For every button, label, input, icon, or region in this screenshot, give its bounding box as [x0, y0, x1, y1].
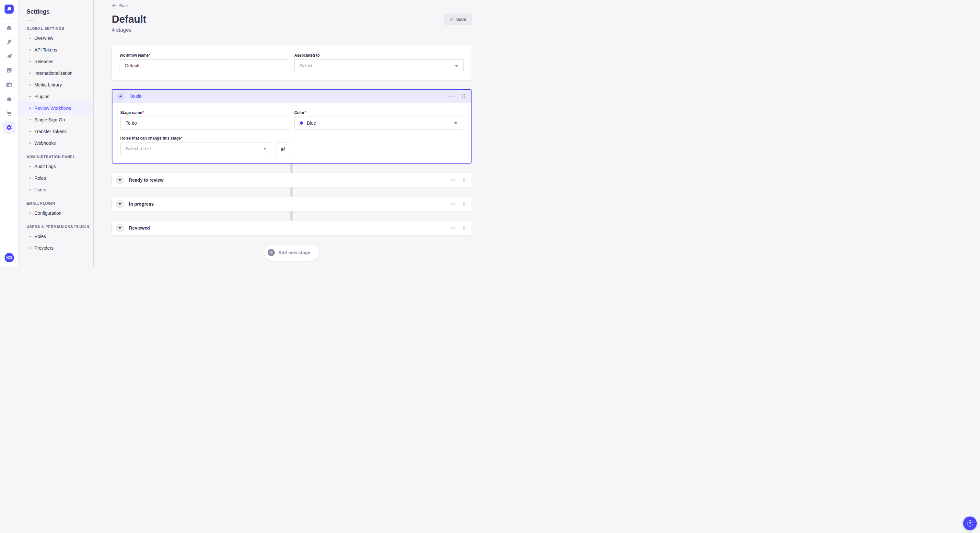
subnav-item-review-workflows[interactable]: Review Workflows [19, 102, 93, 114]
stage-drag-handle[interactable] [462, 225, 466, 231]
stage-options-button[interactable] [449, 179, 456, 181]
plus-icon [268, 249, 275, 256]
rail-item-paper-plane[interactable] [3, 50, 16, 63]
global-settings-list: Overview API Tokens Releases Internation… [19, 32, 93, 149]
duplicate-stage-button[interactable] [276, 142, 289, 155]
stage-title: To do [130, 94, 142, 99]
workflow-name-field: Workflow Name* [119, 53, 289, 72]
rail-item-gear[interactable] [3, 121, 16, 134]
stage-drag-handle[interactable] [462, 177, 466, 183]
back-link[interactable]: Back [112, 3, 129, 8]
settings-subnav: Settings GLOBAL SETTINGS Overview API To… [19, 0, 94, 266]
duplicate-icon [280, 146, 285, 152]
stage-roles-placeholder: Select a role [126, 146, 151, 151]
subnav-title: Settings [27, 8, 93, 15]
images-icon [6, 67, 12, 74]
drag-handle-icon [462, 94, 465, 99]
stage-card-to-do: To do [112, 89, 471, 163]
subnav-item-up-roles[interactable]: Roles [19, 230, 93, 242]
stage-roles-select[interactable]: Select a role [120, 142, 272, 155]
bullet-icon [30, 119, 31, 121]
save-button[interactable]: Save [444, 14, 471, 25]
stage-card-reviewed: Reviewed [112, 220, 471, 235]
stage-drag-handle[interactable] [462, 201, 466, 207]
subnav-item-configuration[interactable]: Configuration [19, 207, 93, 219]
workflow-name-label: Workflow Name* [119, 53, 289, 58]
strapi-logo[interactable] [5, 5, 14, 14]
bullet-icon [30, 236, 31, 237]
subnav-item-media-library[interactable]: Media Library [19, 79, 93, 90]
expand-stage-button[interactable] [116, 176, 124, 184]
stage-color-label: Color* [294, 110, 463, 115]
subnav-item-releases[interactable]: Releases [19, 56, 93, 67]
add-new-stage-label: Add new stage [278, 250, 310, 255]
stage-title: Ready to review [129, 178, 164, 182]
bullet-icon [30, 108, 31, 109]
feather-icon [6, 39, 12, 45]
rail-icon-list [3, 21, 16, 135]
drag-handle-icon [463, 178, 466, 182]
section-label-administration-panel: ADMINISTRATION PANEL [27, 155, 93, 159]
subnav-item-single-sign-on[interactable]: Single Sign-On [19, 114, 93, 125]
avatar-initials: KD [6, 255, 12, 260]
subnav-item-users[interactable]: Users [19, 184, 93, 195]
workflow-name-input[interactable] [119, 59, 289, 72]
section-label-global-settings: GLOBAL SETTINGS [27, 27, 93, 30]
stage-actions [448, 93, 466, 99]
subnav-item-overview[interactable]: Overview [19, 32, 93, 44]
back-label: Back [119, 3, 129, 8]
subnav-item-plugins[interactable]: Plugins [19, 90, 93, 102]
bullet-icon [30, 189, 31, 190]
subnav-item-api-tokens[interactable]: API Tokens [19, 44, 93, 56]
main-nav-rail: KD [0, 0, 19, 266]
stage-options-button[interactable] [449, 227, 456, 229]
save-label: Save [456, 17, 466, 22]
avatar[interactable]: KD [5, 253, 14, 262]
stage-count: 4 stages [112, 27, 471, 33]
layout-icon [6, 82, 12, 88]
stage-drag-handle[interactable] [461, 93, 466, 99]
required-asterisk: * [142, 110, 144, 115]
associated-to-select[interactable]: Select [294, 59, 464, 72]
rail-item-home[interactable] [3, 21, 16, 34]
rail-item-images[interactable] [3, 64, 16, 77]
required-asterisk: * [149, 53, 151, 58]
bullet-icon [30, 178, 31, 179]
stage-color-field: Color* Blue [294, 110, 463, 130]
section-label-email-plugin: EMAIL PLUGIN [27, 201, 93, 205]
stage-card-ready-to-review: Ready to review [112, 173, 471, 187]
subnav-item-providers[interactable]: Providers [19, 242, 93, 254]
bullet-icon [30, 61, 31, 62]
subnav-item-audit-logs[interactable]: Audit Logs [19, 160, 93, 172]
rail-item-cart[interactable] [3, 107, 16, 120]
subnav-item-internationalization[interactable]: Internationalization [19, 67, 93, 79]
stage-color-select[interactable]: Blue [294, 117, 463, 130]
bullet-icon [30, 143, 31, 144]
cloud-icon [6, 96, 12, 102]
add-new-stage-button[interactable]: Add new stage [264, 244, 320, 261]
stage-header: To do [113, 90, 471, 103]
stage-options-button[interactable] [448, 95, 455, 97]
rail-item-cloud[interactable] [3, 93, 16, 106]
collapse-stage-button[interactable] [117, 92, 124, 100]
strapi-logo-icon [6, 6, 12, 12]
bullet-icon [30, 131, 31, 132]
paper-plane-icon [6, 53, 12, 60]
stage-options-button[interactable] [449, 203, 456, 205]
expand-stage-button[interactable] [116, 200, 124, 208]
drag-handle-icon [463, 225, 466, 230]
rail-item-feather[interactable] [3, 36, 16, 49]
expand-stage-button[interactable] [116, 224, 124, 232]
chevron-down-icon [263, 148, 267, 150]
subnav-item-webhooks[interactable]: Webhooks [19, 137, 93, 149]
chevron-down-icon [455, 65, 458, 67]
subnav-item-admin-roles[interactable]: Roles [19, 172, 93, 184]
title-row: Default Save [112, 13, 471, 25]
more-options-icon [449, 95, 455, 97]
stage-title: In progress [129, 201, 154, 206]
stage-name-input[interactable] [120, 117, 289, 130]
page-title: Default [112, 13, 146, 25]
rail-item-layout[interactable] [3, 78, 16, 91]
subnav-item-transfer-tokens[interactable]: Transfer Tokens [19, 125, 93, 137]
section-label-users-permissions-plugin: USERS & PERMISSIONS PLUGIN [27, 225, 93, 228]
